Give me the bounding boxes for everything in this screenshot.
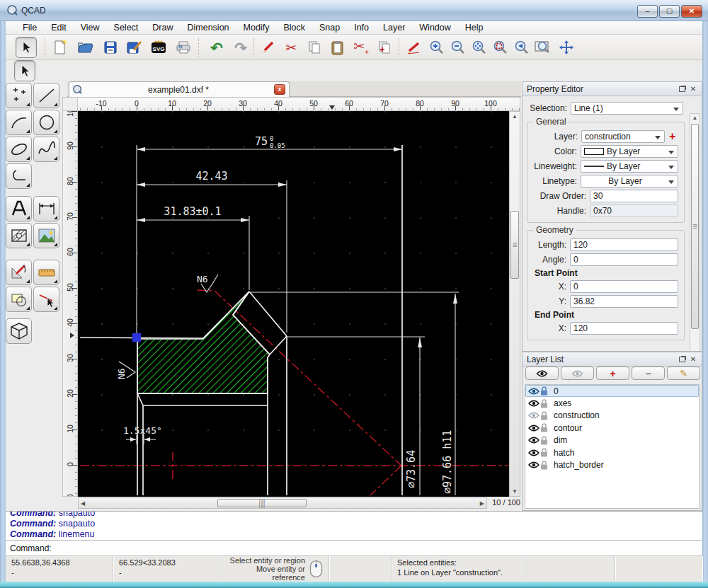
layer-lock-icon[interactable] (540, 448, 551, 457)
copy-with-reference-button[interactable] (374, 37, 395, 58)
draw-order-input[interactable]: 30 (590, 190, 678, 202)
linetype-combobox[interactable]: By Layer (581, 175, 678, 188)
close-panel-icon[interactable]: ✕ (689, 85, 697, 93)
layer-visibility-eye-icon[interactable] (528, 424, 540, 432)
layer-lock-icon[interactable] (540, 461, 551, 470)
copy-button[interactable] (304, 37, 325, 58)
svg-export-button[interactable]: SVG (148, 37, 169, 58)
drawing-canvas[interactable]: 75 0 0.05 42.43 31.83±0.1 1.5x45° ⌀73.64… (78, 111, 509, 497)
line-tools-button[interactable] (33, 83, 59, 108)
menu-item[interactable]: Select (107, 23, 146, 33)
layer-lock-icon[interactable] (540, 386, 551, 396)
text-tool-button[interactable] (6, 196, 32, 221)
spline-tools-button[interactable] (33, 137, 59, 162)
horizontal-scrollbar-thumb[interactable]: ||| (217, 499, 307, 507)
remove-layer-button[interactable]: − (632, 367, 665, 380)
block-tools-button[interactable] (6, 287, 32, 312)
property-scrollbar-thumb[interactable]: ≡ (691, 124, 699, 329)
layer-row[interactable]: dim (525, 434, 699, 446)
layer-row[interactable]: hatch (525, 446, 699, 459)
print-button[interactable] (173, 37, 194, 58)
redo-button[interactable]: ↷ (230, 37, 251, 58)
arc-tools-button[interactable] (6, 110, 32, 135)
previous-view-button[interactable] (511, 37, 532, 58)
title-bar[interactable]: QCAD – ▢ ✕ (0, 0, 708, 21)
measure-tools-button[interactable] (33, 260, 59, 285)
image-tool-button[interactable] (33, 223, 59, 248)
new-file-button[interactable] (50, 37, 71, 58)
polyline-tools-button[interactable] (6, 163, 32, 189)
menu-item[interactable]: View (74, 23, 107, 33)
window-zoom-button[interactable] (532, 37, 554, 58)
layer-visibility-eye-icon[interactable] (528, 399, 540, 408)
menu-item[interactable]: Layer (376, 23, 412, 33)
layer-lock-icon[interactable] (540, 399, 551, 408)
color-combobox[interactable]: By Layer (581, 145, 678, 158)
paste-button[interactable] (326, 37, 348, 58)
menu-item[interactable]: Edit (44, 23, 74, 33)
vertical-scrollbar[interactable]: ▲ ≡ ▼ (509, 111, 520, 497)
layer-row[interactable]: construction (525, 410, 699, 422)
add-layer-button[interactable]: + (596, 367, 629, 380)
menu-item[interactable]: Info (347, 23, 376, 33)
solid-tools-button[interactable] (6, 318, 32, 344)
cut-button[interactable]: ✂ (280, 37, 302, 58)
layer-row[interactable]: 0 (525, 385, 699, 397)
select-tool-button[interactable] (16, 37, 37, 58)
menu-item[interactable]: Help (458, 23, 491, 33)
selection-grip[interactable] (132, 333, 141, 342)
layer-visibility-eye-icon[interactable] (528, 449, 540, 457)
zoom-out-button[interactable] (447, 37, 469, 58)
close-button[interactable]: ✕ (681, 5, 702, 18)
float-panel-icon[interactable] (679, 86, 685, 92)
layer-list-titlebar[interactable]: Layer List ✕ (523, 352, 702, 367)
save-button[interactable] (100, 37, 121, 58)
auto-zoom-button[interactable] (469, 37, 490, 58)
menu-item[interactable]: File (16, 23, 44, 33)
modify-tools-button[interactable] (6, 260, 32, 285)
property-editor-button[interactable] (403, 37, 424, 58)
tab-close-button[interactable]: x (274, 84, 285, 95)
layer-combobox[interactable]: construction (581, 130, 665, 143)
start-x-input[interactable]: 0 (570, 280, 678, 293)
layer-visibility-eye-icon[interactable] (528, 461, 540, 469)
cut-with-reference-button[interactable]: ✂+ (350, 37, 372, 58)
horizontal-scrollbar[interactable]: ◀ ||| ▶ (78, 497, 487, 509)
menu-item[interactable]: Draw (145, 23, 180, 33)
add-layer-icon[interactable]: + (669, 130, 675, 143)
edit-layer-button[interactable]: ✎ (667, 367, 700, 380)
layer-lock-icon[interactable] (540, 423, 551, 432)
property-editor-titlebar[interactable]: Property Editor ✕ (523, 82, 702, 96)
layer-row[interactable]: hatch_border (525, 459, 699, 471)
layer-lock-icon[interactable] (540, 436, 551, 445)
end-x-input[interactable]: 120 (570, 322, 678, 335)
dimension-tools-button[interactable] (33, 196, 59, 221)
point-tools-button[interactable] (6, 83, 32, 108)
zoom-to-selection-button[interactable] (490, 37, 511, 58)
document-tab[interactable]: example01.dxf * x (69, 81, 290, 97)
hatch-tool-button[interactable] (6, 223, 32, 248)
selection-tool-button[interactable] (14, 60, 35, 81)
open-file-button[interactable] (74, 37, 96, 58)
command-input[interactable] (52, 543, 702, 554)
minimize-button[interactable]: – (637, 5, 658, 18)
show-all-layers-button[interactable] (525, 367, 559, 380)
menu-item[interactable]: Dimension (181, 23, 236, 33)
length-input[interactable]: 120 (570, 238, 678, 251)
start-y-input[interactable]: 36.82 (570, 295, 678, 308)
lineweight-combobox[interactable]: By Layer (581, 160, 678, 173)
zoom-in-button[interactable] (426, 37, 447, 58)
layer-lock-icon[interactable] (540, 411, 551, 420)
close-panel-icon[interactable]: ✕ (689, 355, 697, 363)
save-as-button[interactable] (124, 37, 145, 58)
maximize-button[interactable]: ▢ (659, 5, 680, 18)
hide-all-layers-button[interactable] (561, 367, 594, 380)
float-panel-icon[interactable] (679, 357, 685, 362)
menu-item[interactable]: Modify (236, 23, 277, 33)
layer-visibility-eye-icon[interactable] (528, 411, 540, 420)
undo-button[interactable]: ↶ (206, 37, 227, 58)
menu-item[interactable]: Window (412, 23, 457, 33)
angle-input[interactable]: 0 (570, 253, 678, 266)
menu-item[interactable]: Snap (312, 23, 347, 33)
selection-combobox[interactable]: Line (1) (571, 102, 683, 115)
